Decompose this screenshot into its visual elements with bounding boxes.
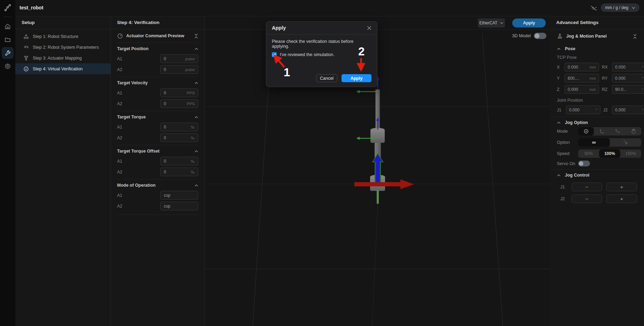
jog-option-title: Jog Option	[565, 120, 588, 125]
axis-x-arrow	[354, 182, 401, 186]
plus-icon: +	[620, 184, 623, 190]
joint-jog-icon[interactable]	[578, 127, 594, 135]
pose-section-header[interactable]: Pose	[550, 43, 644, 53]
speed-100-button[interactable]: 100%	[599, 149, 620, 158]
tcp-y-input[interactable]: 600.... mm	[565, 74, 599, 83]
section-header[interactable]: Target Velocity	[117, 80, 198, 85]
joystick-icon	[557, 33, 563, 39]
hand-guide-icon[interactable]	[626, 127, 641, 135]
axis-label: A2	[117, 67, 160, 72]
modal-apply-button[interactable]: Apply	[342, 74, 371, 82]
tcp-z-input[interactable]: 0.000 mm	[565, 85, 599, 94]
servo-on-toggle[interactable]	[578, 161, 590, 166]
target-velocity-a1-input[interactable]: 0 PPS	[160, 88, 198, 97]
jog-joint-label: J1	[560, 185, 567, 189]
step-click-icon[interactable]	[610, 138, 642, 147]
target-torque-a2-input[interactable]: 0 ‰	[160, 133, 198, 142]
field-value: 600....	[568, 76, 579, 81]
section-header[interactable]: Target Position	[117, 46, 198, 51]
j2-minus-button[interactable]: −	[572, 194, 602, 203]
section-title: Mode of Operation	[117, 183, 155, 188]
section-header[interactable]: Target Torque	[117, 115, 198, 119]
units-dropdown[interactable]: mm / g / deg	[601, 3, 639, 12]
jog-mode-segmented	[578, 127, 641, 135]
setup-panel: Setup Step 1: Robot Structure Step 2: Ro…	[15, 16, 111, 326]
minus-icon: −	[585, 196, 589, 202]
sidebar-item-step2[interactable]: Step 2: Robot System Parameters	[15, 42, 110, 53]
field-unit: pulse	[185, 57, 195, 61]
j2-plus-button[interactable]: +	[606, 194, 637, 203]
dialog-message: Please check the verification status bef…	[272, 39, 371, 49]
3d-viewport[interactable]: 3D Model	[205, 16, 550, 326]
field-value: 0.000	[615, 108, 626, 112]
j1-minus-button[interactable]: −	[572, 183, 602, 191]
field-unit: mm	[590, 65, 596, 69]
joint-label: J2	[603, 108, 609, 112]
tools-button[interactable]	[2, 47, 14, 59]
protocol-dropdown[interactable]: EtherCAT	[478, 18, 505, 28]
top-bar: test_robot mm / g / deg	[15, 0, 644, 16]
pose-axis-label: X	[557, 65, 562, 70]
section-title: Target Torque	[117, 115, 146, 119]
path-jog-icon[interactable]	[610, 127, 626, 135]
tcp-x-input[interactable]: 0.000 mm	[565, 63, 599, 71]
chevron-up-icon	[557, 48, 561, 50]
plus-icon: +	[620, 196, 623, 202]
target-torque-offset-a1-input[interactable]: 0 ‰	[160, 157, 198, 165]
cartesian-jog-icon[interactable]	[594, 127, 610, 135]
field-value: 0	[164, 170, 166, 174]
projects-button[interactable]	[2, 34, 14, 46]
jog-option-section-header[interactable]: Jog Option	[550, 117, 644, 127]
field-unit: °	[642, 108, 643, 112]
setup-panel-title: Setup	[15, 16, 110, 29]
target-position-a1-input[interactable]: 0 pulse	[160, 54, 198, 63]
field-value: 0	[164, 56, 166, 61]
field-value: csp	[164, 204, 170, 209]
speed-150-button[interactable]: 150%	[620, 149, 641, 158]
settings-button[interactable]	[2, 60, 14, 72]
mode-of-operation-a2-input[interactable]: csp	[160, 202, 198, 210]
close-icon[interactable]	[367, 26, 371, 30]
home-icon	[5, 23, 11, 30]
section-header[interactable]: Mode of Operation	[117, 183, 198, 188]
wrench-icon	[5, 50, 11, 56]
field-value: 0	[164, 91, 166, 95]
sidebar-item-step4[interactable]: Step 4: Virtual Verification	[15, 63, 110, 74]
section-title: Target Torque Offset	[117, 149, 160, 154]
collapse-panel-icon[interactable]	[194, 33, 198, 39]
target-torque-offset-a2-input[interactable]: 0 ‰	[160, 168, 198, 176]
target-velocity-a2-input[interactable]: 0 PPS	[160, 99, 198, 108]
protocol-value: EtherCAT	[480, 21, 498, 25]
sidebar-item-step1[interactable]: Step 1: Robot Structure	[15, 31, 110, 42]
mode-of-operation-a1-input[interactable]: csp	[160, 191, 198, 200]
field-value: 0	[164, 67, 166, 72]
j1-plus-button[interactable]: +	[606, 183, 637, 191]
sidebar-item-label: Step 3: Actuator Mapping	[33, 56, 82, 61]
tcp-rx-input[interactable]: 0.000 °	[612, 63, 644, 71]
base-frame	[354, 153, 414, 189]
tcp-ry-input[interactable]: 0.000 °	[612, 74, 644, 83]
joint-cylinder-upper	[370, 128, 385, 143]
cancel-label: Cancel	[320, 76, 334, 81]
field-value: 0.000	[568, 65, 578, 70]
target-torque-a1-input[interactable]: 0 ‰	[160, 123, 198, 131]
section-header[interactable]: Target Torque Offset	[117, 149, 198, 154]
toolbar-apply-button[interactable]: Apply	[512, 18, 546, 28]
jog-panel-title: Jog & Motion Panel	[566, 34, 607, 39]
joint-j2-input[interactable]: 0.000 °	[612, 106, 644, 114]
infinity-glyph: ∞	[592, 139, 596, 146]
speed-50-button[interactable]: 50%	[578, 149, 599, 158]
modal-cancel-button[interactable]: Cancel	[316, 74, 337, 82]
collapse-panel-icon[interactable]	[633, 34, 637, 39]
sidebar-item-label: Step 4: Virtual Verification	[33, 67, 83, 71]
joint-position-label: Joint Position	[550, 96, 644, 106]
home-button[interactable]	[2, 21, 14, 32]
gear-icon	[5, 63, 11, 69]
joint-j1-input[interactable]: 0.000 °	[566, 106, 600, 114]
tcp-rz-input[interactable]: 90.0... °	[612, 85, 644, 94]
continuous-icon[interactable]: ∞	[578, 138, 610, 147]
jog-control-section-header[interactable]: Jog Control	[550, 170, 644, 180]
sidebar-item-step3[interactable]: Step 3: Actuator Mapping	[15, 53, 110, 63]
target-position-a2-input[interactable]: 0 pulse	[160, 65, 198, 74]
simulation-reviewed-checkbox[interactable]	[272, 52, 277, 57]
